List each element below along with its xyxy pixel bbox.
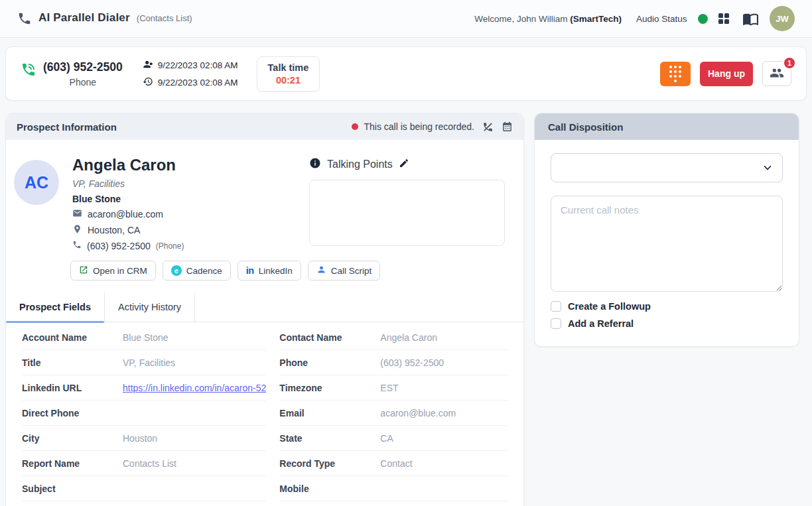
field-row-mobile: Mobile	[279, 476, 508, 501]
contact-company: Blue Stone	[72, 194, 309, 204]
cadence-label: Cadence	[186, 266, 222, 276]
contact-phone: (603) 952-2500	[87, 241, 151, 251]
field-row-title: Title VP, Facilities	[22, 350, 266, 375]
top-navbar: AI Parallel Dialer (Contacts List) Welco…	[0, 0, 812, 38]
call-dates: 9/22/2023 02:08 AM 9/22/2023 02:08 AM	[143, 59, 238, 89]
participants-button[interactable]: 1	[762, 61, 791, 86]
open-in-crm-button[interactable]: Open in CRM	[70, 261, 156, 281]
disposition-select[interactable]	[551, 153, 783, 182]
group-icon	[770, 66, 784, 82]
linkedin-icon: in	[246, 265, 254, 276]
prospect-panel-title: Prospect Information	[17, 121, 117, 133]
history-datetime: 9/22/2023 02:08 AM	[158, 78, 238, 88]
apps-grid-icon[interactable]	[718, 13, 730, 25]
app-title: AI Parallel Dialer	[38, 11, 130, 25]
phone-icon	[72, 240, 82, 251]
hang-up-button[interactable]: Hang up	[700, 62, 753, 86]
field-row-contact-name: Contact Name Angela Caron	[279, 325, 508, 350]
active-call-bar: (603) 952-2500 Phone 9/22/2023 02:08 AM …	[5, 46, 807, 101]
contact-avatar: AC	[14, 160, 59, 205]
linkedin-button[interactable]: in LinkedIn	[237, 261, 301, 281]
field-row-email: Email acaron@blue.com	[279, 401, 508, 426]
call-script-button[interactable]: Call Script	[308, 261, 381, 281]
phone-slash-icon[interactable]	[482, 121, 494, 133]
create-followup-label: Create a Followup	[568, 301, 651, 312]
contact-added-icon	[143, 59, 153, 72]
person-icon	[316, 265, 326, 277]
welcome-text: Welcome, John William (SmartTech)	[474, 14, 622, 24]
fields-column-right: Contact Name Angela Caron Phone (603) 95…	[279, 325, 508, 501]
talking-points-block: Talking Points	[309, 156, 505, 251]
field-row-phone: Phone (603) 952-2500	[279, 350, 508, 375]
disposition-panel-header: Call Disposition	[535, 113, 799, 140]
app-screen: AI Parallel Dialer (Contacts List) Welco…	[0, 0, 812, 506]
contact-actions: Open in CRM e Cadence in LinkedIn Call S…	[6, 251, 523, 281]
dialpad-icon	[669, 66, 681, 82]
recording-notice: This call is being recorded.	[364, 121, 474, 132]
mail-icon	[72, 208, 82, 220]
call-phone-number: (603) 952-2500	[43, 60, 123, 74]
linkedin-url-link[interactable]: https://in.linkedin.com/in/acaron-52	[123, 383, 266, 393]
talk-time-value: 00:21	[268, 75, 309, 86]
create-followup-row: Create a Followup	[551, 301, 783, 312]
prospect-tabs: Prospect Fields Activity History	[6, 292, 523, 322]
history-icon	[143, 76, 153, 89]
tab-activity-history[interactable]: Activity History	[105, 292, 195, 322]
call-number-group: (603) 952-2500 Phone	[21, 60, 123, 88]
tab-prospect-fields[interactable]: Prospect Fields	[6, 292, 105, 322]
add-referral-label: Add a Referral	[568, 318, 634, 329]
prospect-fields-grid: Account Name Blue Stone Title VP, Facili…	[6, 322, 523, 501]
call-line-label: Phone	[43, 77, 123, 88]
field-row-subject: Subject	[22, 476, 266, 501]
audio-status-label: Audio Status	[636, 14, 687, 24]
user-avatar[interactable]: JW	[770, 6, 795, 31]
calendar-icon[interactable]	[502, 121, 513, 133]
field-row-timezone: Timezone EST	[279, 375, 508, 401]
recording-dot	[352, 123, 358, 130]
cadence-button[interactable]: e Cadence	[163, 261, 231, 281]
talk-time-box: Talk time 00:21	[257, 56, 320, 92]
participants-badge: 1	[783, 56, 796, 70]
field-row-account-name: Account Name Blue Stone	[22, 325, 266, 350]
open-book-icon[interactable]	[742, 11, 759, 27]
info-icon[interactable]	[309, 157, 321, 172]
pencil-icon[interactable]	[399, 158, 409, 171]
call-notes-textarea[interactable]	[551, 196, 783, 292]
disposition-panel-title: Call Disposition	[548, 121, 623, 133]
field-row-city: City Houston	[22, 426, 266, 451]
create-followup-checkbox[interactable]	[551, 301, 561, 312]
contact-phone-suffix: (Phone)	[156, 241, 184, 251]
prospect-panel-header: Prospect Information This call is being …	[6, 113, 523, 140]
brand: AI Parallel Dialer (Contacts List)	[17, 11, 192, 26]
app-subtitle: (Contacts List)	[137, 13, 192, 23]
contact-name: Angela Caron	[72, 156, 309, 174]
add-referral-row: Add a Referral	[551, 318, 783, 329]
linkedin-label: LinkedIn	[259, 266, 293, 276]
location-pin-icon	[72, 224, 82, 236]
add-referral-checkbox[interactable]	[551, 318, 561, 329]
prospect-information-panel: Prospect Information This call is being …	[5, 113, 524, 506]
contact-datetime: 9/22/2023 02:08 AM	[158, 60, 238, 70]
audio-status-dot	[698, 14, 708, 24]
dialpad-button[interactable]	[660, 62, 691, 86]
field-row-direct-phone: Direct Phone	[22, 401, 266, 426]
talking-points-label: Talking Points	[327, 158, 393, 170]
contact-location: Houston, CA	[88, 225, 140, 235]
phone-icon	[17, 11, 32, 26]
talk-time-label: Talk time	[268, 62, 309, 73]
phone-in-talk-icon	[21, 62, 36, 80]
field-row-state: State CA	[279, 426, 508, 451]
cadence-icon: e	[171, 265, 182, 276]
field-row-record-type: Record Type Contact	[279, 451, 508, 476]
talking-points-content	[309, 180, 505, 246]
contact-email: acaron@blue.com	[88, 209, 163, 220]
contact-section: AC Angela Caron VP, Facilities Blue Ston…	[6, 140, 523, 251]
call-script-label: Call Script	[331, 266, 372, 276]
contact-job-title: VP, Facilities	[72, 178, 309, 189]
field-row-report-name: Report Name Contacts List	[22, 451, 266, 476]
open-in-crm-label: Open in CRM	[93, 266, 147, 276]
external-link-icon	[79, 265, 88, 277]
field-row-linkedin-url: Linkedin URL https://in.linkedin.com/in/…	[22, 375, 266, 401]
fields-column-left: Account Name Blue Stone Title VP, Facili…	[22, 325, 266, 501]
call-disposition-panel: Call Disposition Create a Followup Add a…	[534, 113, 799, 347]
